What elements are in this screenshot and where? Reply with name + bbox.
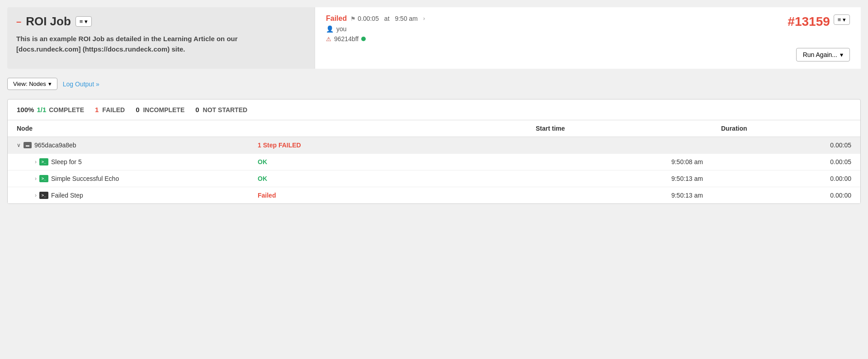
execution-meta: ⚑ 0.00:05 at 9:50 am › xyxy=(350,15,425,22)
col-header-starttime: Start time xyxy=(527,120,712,137)
job-title: ROI Job xyxy=(26,14,71,28)
chevron-right-icon[interactable]: › xyxy=(423,15,425,22)
step-status: Failed xyxy=(258,192,276,199)
status-info: Failed ⚑ 0.00:05 at 9:50 am › xyxy=(326,14,425,43)
user-row: 👤 you xyxy=(326,25,425,33)
stats-row: 100% 1/1 COMPLETE 1 FAILED 0 INCOMPLETE … xyxy=(8,99,860,120)
incomplete-label: INCOMPLETE xyxy=(143,106,184,113)
run-again-label: Run Again... xyxy=(803,51,837,58)
step-status: OK xyxy=(258,158,267,165)
col-header-node: Node xyxy=(8,120,249,137)
step-status-cell: OK xyxy=(249,170,527,187)
execution-status: Failed xyxy=(326,14,347,23)
step-row: › >_ Sleep for 5 OK 9:50:08 am 0.00:05 xyxy=(8,154,860,170)
step-type-icon: >_ xyxy=(39,192,48,199)
view-nodes-button[interactable]: View: Nodes ▾ xyxy=(7,78,57,90)
green-dot-icon xyxy=(361,37,366,41)
node-group-chevron[interactable]: ∨ xyxy=(17,142,21,148)
step-row: › >_ Simple Successful Echo OK 9:50:13 a… xyxy=(8,170,860,187)
not-started-stat: 0 NOT STARTED xyxy=(195,106,247,113)
step-start-time: 9:50:13 am xyxy=(527,187,712,204)
complete-stat: 100% 1/1 COMPLETE xyxy=(17,106,84,113)
node-group-status-cell: 1 Step FAILED xyxy=(249,137,527,154)
execution-panel: Failed ⚑ 0.00:05 at 9:50 am › xyxy=(315,7,861,69)
step-duration: 0.00:00 xyxy=(712,187,860,204)
step-status: OK xyxy=(258,175,267,182)
not-started-label: NOT STARTED xyxy=(203,106,248,113)
execution-duration: 0.00:05 xyxy=(358,15,379,22)
failed-label: FAILED xyxy=(102,106,125,113)
dash-icon: – xyxy=(16,16,21,27)
step-name: Failed Step xyxy=(51,192,83,199)
step-expand-icon[interactable]: › xyxy=(35,159,37,165)
node-group-duration: 0.00:05 xyxy=(712,137,860,154)
toolbar: View: Nodes ▾ Log Output » xyxy=(7,76,861,92)
step-name: Simple Successful Echo xyxy=(51,175,119,182)
step-status-cell: Failed xyxy=(249,187,527,204)
incomplete-stat: 0 INCOMPLETE xyxy=(136,106,184,113)
step-expand-icon[interactable]: › xyxy=(35,192,37,198)
node-group-cell: ∨ ▬ 965daca9a8eb xyxy=(8,137,249,154)
server-icon: ▬ xyxy=(24,142,32,148)
step-expand-icon[interactable]: › xyxy=(35,175,37,182)
job-menu-button[interactable]: ≡ ▾ xyxy=(75,16,92,27)
node-group-row: ∨ ▬ 965daca9a8eb 1 Step FAILED 0.00:05 xyxy=(8,137,860,154)
failed-count: 1 xyxy=(95,106,99,113)
job-info-panel: – ROI Job ≡ ▾ This is an example ROI Job… xyxy=(7,7,315,69)
node-row: ⚠ 96214bff xyxy=(326,35,425,43)
execution-menu-button[interactable]: ≡ ▾ xyxy=(834,14,850,25)
step-start-time: 9:50:08 am xyxy=(527,154,712,170)
content-area: 100% 1/1 COMPLETE 1 FAILED 0 INCOMPLETE … xyxy=(7,99,861,204)
view-nodes-chevron: ▾ xyxy=(48,80,52,87)
step-duration: 0.00:05 xyxy=(712,154,860,170)
job-description: This is an example ROI Job as detailed i… xyxy=(16,34,278,54)
step-start-time: 9:50:13 am xyxy=(527,170,712,187)
run-again-chevron: ▾ xyxy=(840,51,843,58)
step-duration: 0.00:00 xyxy=(712,170,860,187)
complete-percent: 100% xyxy=(17,106,34,113)
at-label: at xyxy=(384,15,390,22)
view-nodes-label: View: Nodes xyxy=(13,80,46,87)
node-step-failed-text: 1 Step FAILED xyxy=(258,142,301,149)
step-status-cell: OK xyxy=(249,154,527,170)
user-icon: 👤 xyxy=(326,25,334,33)
failed-stat: 1 FAILED xyxy=(95,106,125,113)
incomplete-count: 0 xyxy=(136,106,139,113)
step-name-cell: › >_ Simple Successful Echo xyxy=(8,170,249,187)
step-name-cell: › >_ Sleep for 5 xyxy=(8,154,249,170)
node-id: 96214bff xyxy=(334,35,359,43)
col-header-duration: Duration xyxy=(712,120,860,137)
user-name: you xyxy=(336,25,347,33)
step-name: Sleep for 5 xyxy=(51,158,82,165)
not-started-count: 0 xyxy=(195,106,199,113)
flag-icon: ⚑ xyxy=(350,15,356,22)
log-output-link[interactable]: Log Output » xyxy=(63,80,99,88)
node-warning-icon: ⚠ xyxy=(326,36,331,43)
step-type-icon: >_ xyxy=(39,175,48,182)
node-group-name: 965daca9a8eb xyxy=(34,142,76,149)
col-header-status xyxy=(249,120,527,137)
step-row: › >_ Failed Step Failed 9:50:13 am 0.00:… xyxy=(8,187,860,204)
run-again-button[interactable]: Run Again... ▾ xyxy=(796,48,850,61)
nodes-table: Node Start time Duration ∨ ▬ 965daca9a8e… xyxy=(8,120,860,203)
execution-id: #13159 xyxy=(788,14,830,29)
complete-label: COMPLETE xyxy=(49,106,84,113)
execution-time: 9:50 am xyxy=(395,15,418,22)
complete-fraction: 1/1 xyxy=(37,106,46,113)
step-type-icon: >_ xyxy=(39,158,48,165)
step-name-cell: › >_ Failed Step xyxy=(8,187,249,204)
node-group-starttime xyxy=(527,137,712,154)
